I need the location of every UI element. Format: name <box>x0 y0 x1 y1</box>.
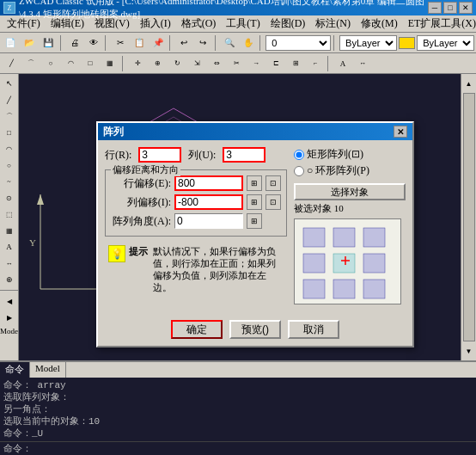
menu-dim[interactable]: 标注(N) <box>310 15 356 33</box>
layer-combo[interactable]: 0 <box>265 35 331 51</box>
col-offset-calc-btn[interactable]: ⊡ <box>265 194 281 210</box>
col-input[interactable] <box>223 147 265 163</box>
lt-rect[interactable]: □ <box>2 125 17 140</box>
open-btn[interactable]: 📂 <box>21 34 39 52</box>
preview-btn[interactable]: 👁 <box>85 34 103 52</box>
canvas-area[interactable]: C:\...4 矩形阵列地砖图案.dwg Y <box>19 74 461 360</box>
extend-btn[interactable]: → <box>247 55 265 72</box>
rect-btn[interactable]: □ <box>81 55 100 72</box>
lt-next[interactable]: ▶ <box>2 310 17 325</box>
menu-modify[interactable]: 修改(M) <box>356 15 403 33</box>
close-button[interactable]: ✕ <box>459 2 473 14</box>
move-btn[interactable]: ✛ <box>128 55 147 72</box>
model-tab[interactable]: Model <box>30 362 66 378</box>
menu-format[interactable]: 格式(O) <box>176 15 222 33</box>
pan-btn[interactable]: ✋ <box>240 34 258 52</box>
col-offset-pick-btn[interactable]: ⊞ <box>247 194 262 210</box>
paste-btn[interactable]: 📌 <box>149 34 167 52</box>
lt-poly[interactable]: ⌒ <box>2 108 17 124</box>
cmd-tab[interactable]: 命令 <box>0 362 30 378</box>
menu-draw[interactable]: 绘图(D) <box>265 15 311 33</box>
dialog-close-button[interactable]: ✕ <box>394 126 407 138</box>
fillet-btn[interactable]: ⌐ <box>306 55 325 72</box>
color-swatch <box>399 37 415 49</box>
copy-btn[interactable]: 📋 <box>130 34 148 52</box>
lt-block[interactable]: ⬚ <box>2 206 17 222</box>
bylayer-combo2[interactable]: ByLayer <box>417 35 474 51</box>
print-btn[interactable]: 🖨 <box>66 34 84 52</box>
row-offset-input[interactable] <box>174 175 243 191</box>
menu-et[interactable]: ET扩展工具(X) <box>403 15 476 33</box>
save-btn[interactable]: 💾 <box>40 34 58 52</box>
text-btn[interactable]: A <box>333 55 352 72</box>
lt-line[interactable]: ╱ <box>2 92 17 108</box>
polar-array-option[interactable]: ○ 环形阵列(P) <box>294 163 406 178</box>
undo-btn[interactable]: ↩ <box>175 34 193 52</box>
row-offset-calc-btn[interactable]: ⊡ <box>265 175 281 191</box>
menu-edit[interactable]: 编辑(E) <box>46 15 89 33</box>
menu-insert[interactable]: 插入(I) <box>135 15 176 33</box>
lt-spline[interactable]: ~ <box>2 174 17 189</box>
lt-prev[interactable]: ◀ <box>2 293 17 309</box>
mirror-btn[interactable]: ⇔ <box>207 55 226 72</box>
menu-view[interactable]: 视图(V) <box>89 15 135 33</box>
maximize-button[interactable]: □ <box>443 2 457 14</box>
line-btn[interactable]: ╱ <box>2 55 21 72</box>
lt-circle[interactable]: ○ <box>2 157 17 173</box>
menu-file[interactable]: 文件(F) <box>2 15 46 33</box>
cancel-button[interactable]: 取消 <box>288 320 339 339</box>
redo-btn[interactable]: ↪ <box>194 34 212 52</box>
scroll-down[interactable]: ▼ <box>461 343 477 359</box>
pline-btn[interactable]: ⌒ <box>21 55 40 72</box>
new-btn[interactable]: 📄 <box>2 34 20 52</box>
array-btn[interactable]: ⊞ <box>286 55 305 72</box>
preview-box <box>294 218 401 304</box>
scroll-track[interactable] <box>463 93 475 341</box>
col-offset-input[interactable] <box>174 194 243 210</box>
scale-btn[interactable]: ⇲ <box>187 55 206 72</box>
angle-label: 阵列角度(A): <box>111 214 171 229</box>
offset-btn[interactable]: ⊏ <box>266 55 285 72</box>
rect-array-option[interactable]: 矩形阵列(⊡) <box>294 147 406 162</box>
command-input[interactable] <box>32 444 473 454</box>
trim-btn[interactable]: ✂ <box>227 55 246 72</box>
col-offset-row: 列偏移(I): ⊞ ⊡ <box>111 194 281 210</box>
scroll-up[interactable]: ▲ <box>461 76 477 91</box>
rect-radio[interactable] <box>294 150 304 160</box>
sep3 <box>169 35 173 51</box>
lt-zoom[interactable]: ⊕ <box>2 272 17 287</box>
row-offset-row: 行偏移(E): ⊞ ⊡ <box>111 175 281 191</box>
svg-rect-20 <box>303 280 325 298</box>
toolbar-1: 📄 📂 💾 🖨 👁 ✂ 📋 📌 ↩ ↪ 🔍 ✋ 0 ByLayer ByLaye… <box>0 33 476 53</box>
dim-btn[interactable]: ↔ <box>353 55 372 72</box>
copy2-btn[interactable]: ⊕ <box>148 55 167 72</box>
toolbar-2: ╱ ⌒ ○ ◠ □ ▦ ✛ ⊕ ↻ ⇲ ⇔ ✂ → ⊏ ⊞ ⌐ A ↔ <box>0 53 476 74</box>
preview-dialog-button[interactable]: 预览() <box>229 320 281 339</box>
array-dialog: 阵列 ✕ 行(R): 列(U): <box>96 121 414 347</box>
row-input[interactable] <box>138 147 181 163</box>
polar-radio[interactable] <box>294 166 304 176</box>
row-offset-pick-btn[interactable]: ⊞ <box>247 175 262 191</box>
rotate-btn[interactable]: ↻ <box>168 55 186 72</box>
bylayer-combo1[interactable]: ByLayer <box>339 35 397 51</box>
angle-input[interactable] <box>174 213 243 229</box>
lt-text[interactable]: A <box>2 239 17 255</box>
angle-pick-btn[interactable]: ⊞ <box>247 213 262 229</box>
hatch-btn[interactable]: ▦ <box>101 55 119 72</box>
circle-btn[interactable]: ○ <box>41 55 60 72</box>
cmd-line-5: 命令：_U <box>3 427 473 440</box>
minimize-button[interactable]: ─ <box>428 2 442 14</box>
preview-svg <box>295 219 401 304</box>
cut-btn[interactable]: ✂ <box>111 34 129 52</box>
lt-hatch[interactable]: ▦ <box>2 223 17 238</box>
zoom-btn[interactable]: 🔍 <box>221 34 239 52</box>
lt-dim[interactable]: ↔ <box>2 255 17 271</box>
lt-arc[interactable]: ◠ <box>2 141 17 157</box>
confirm-button[interactable]: 确定 <box>171 320 223 339</box>
title-bar: Z ZWCAD Classic 试用版 - [C:\Users\Administ… <box>0 0 476 15</box>
select-tool[interactable]: ↖ <box>2 76 17 91</box>
select-objects-button[interactable]: 选择对象 <box>294 183 406 200</box>
lt-ellipse[interactable]: ⊙ <box>2 190 17 206</box>
arc-btn[interactable]: ◠ <box>61 55 80 72</box>
menu-tools[interactable]: 工具(T) <box>221 15 265 33</box>
